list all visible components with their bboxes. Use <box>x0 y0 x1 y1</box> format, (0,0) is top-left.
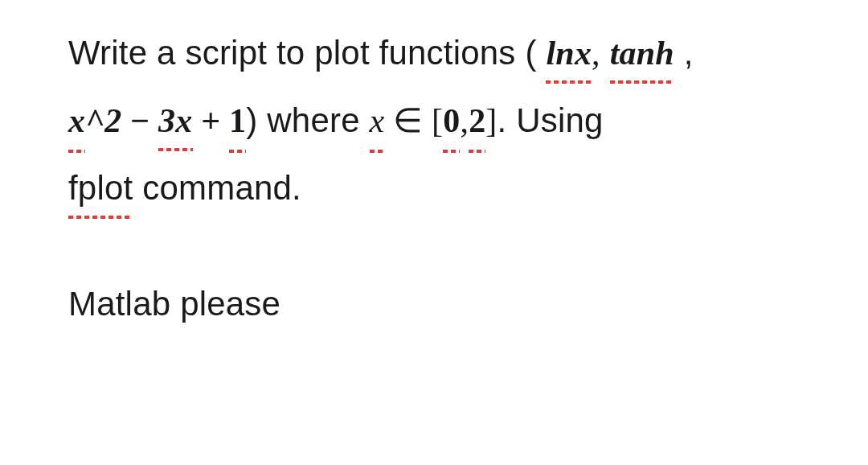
text-command: command. <box>133 169 301 207</box>
text-one: 1 <box>229 87 246 154</box>
text-comma3: , <box>460 102 469 139</box>
text-comma1: , <box>592 35 600 72</box>
text-tanh: tanh <box>610 19 674 87</box>
text-zero: 0 <box>443 87 460 154</box>
text-minus: − <box>122 102 159 139</box>
text-3x: 3x <box>158 87 192 154</box>
paragraph-1: Write a script to plot functions ( lnx, … <box>68 19 804 222</box>
text-element: ∈ <box>384 102 432 139</box>
text-write-script: Write a script to plot functions ( <box>68 34 537 72</box>
text-where: ) where <box>246 101 369 139</box>
text-using: . Using <box>497 101 604 139</box>
paragraph-2: Matlab please <box>68 270 804 338</box>
text-bracket-open: [ <box>432 102 443 139</box>
text-bracket-close: ] <box>485 102 497 139</box>
text-x-sq: x <box>68 87 85 154</box>
text-plus: + <box>193 102 230 139</box>
text-lnx: lnx <box>546 19 592 87</box>
text-matlab: Matlab please <box>68 285 280 323</box>
text-comma2: , <box>674 34 694 72</box>
text-caret2: ^2 <box>85 102 121 139</box>
text-x-var: x <box>370 87 385 154</box>
text-two: 2 <box>469 87 485 154</box>
question-content: Write a script to plot functions ( lnx, … <box>68 19 804 338</box>
text-fplot: fplot <box>68 154 133 222</box>
